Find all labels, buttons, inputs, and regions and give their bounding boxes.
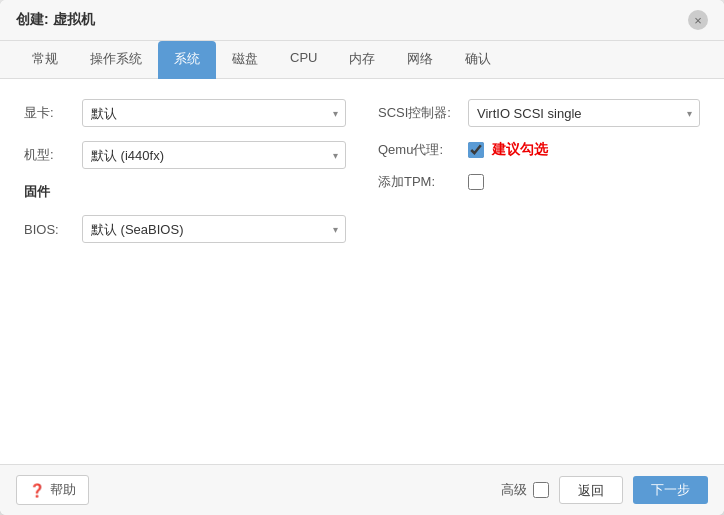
tab-confirm[interactable]: 确认: [449, 41, 507, 79]
footer-right: 高级 返回 下一步: [501, 476, 708, 504]
tpm-checkbox-wrapper: [468, 174, 484, 190]
tab-system[interactable]: 系统: [158, 41, 216, 79]
tab-network[interactable]: 网络: [391, 41, 449, 79]
bios-select-wrapper: 默认 (SeaBIOS) ▾: [82, 215, 346, 243]
advanced-label: 高级: [501, 481, 527, 499]
machine-select[interactable]: 默认 (i440fx): [82, 141, 346, 169]
create-vm-dialog: 创建: 虚拟机 × 常规 操作系统 系统 磁盘 CPU 内存 网络 确认 显卡:…: [0, 0, 724, 515]
firmware-section: 固件: [24, 183, 346, 201]
left-column: 显卡: 默认 ▾ 机型: 默认 (i440fx) ▾: [24, 99, 346, 257]
title-bar: 创建: 虚拟机 ×: [0, 0, 724, 41]
dialog-title: 创建: 虚拟机: [16, 11, 95, 29]
qemu-checkbox-wrapper: 建议勾选: [468, 141, 548, 159]
form-grid: 显卡: 默认 ▾ 机型: 默认 (i440fx) ▾: [24, 99, 700, 257]
tab-os[interactable]: 操作系统: [74, 41, 158, 79]
next-button[interactable]: 下一步: [633, 476, 708, 504]
tpm-checkbox[interactable]: [468, 174, 484, 190]
qemu-group: Qemu代理: 建议勾选: [378, 141, 700, 159]
display-label: 显卡:: [24, 104, 72, 122]
machine-select-wrapper: 默认 (i440fx) ▾: [82, 141, 346, 169]
tab-memory[interactable]: 内存: [333, 41, 391, 79]
scsi-label: SCSI控制器:: [378, 104, 458, 122]
close-button[interactable]: ×: [688, 10, 708, 30]
tab-bar: 常规 操作系统 系统 磁盘 CPU 内存 网络 确认: [0, 41, 724, 79]
tpm-group: 添加TPM:: [378, 173, 700, 191]
footer-left: ❓ 帮助: [16, 475, 89, 505]
qemu-recommend-text: 建议勾选: [492, 141, 548, 159]
qemu-checkbox[interactable]: [468, 142, 484, 158]
help-label: 帮助: [50, 481, 76, 499]
right-column: SCSI控制器: VirtIO SCSI single ▾ Qemu代理: 建议…: [378, 99, 700, 257]
bios-group: BIOS: 默认 (SeaBIOS) ▾: [24, 215, 346, 243]
help-button[interactable]: ❓ 帮助: [16, 475, 89, 505]
tpm-label: 添加TPM:: [378, 173, 458, 191]
bios-select[interactable]: 默认 (SeaBIOS): [82, 215, 346, 243]
form-content: 显卡: 默认 ▾ 机型: 默认 (i440fx) ▾: [0, 79, 724, 464]
tab-disk[interactable]: 磁盘: [216, 41, 274, 79]
advanced-row: 高级: [501, 481, 549, 499]
display-group: 显卡: 默认 ▾: [24, 99, 346, 127]
machine-group: 机型: 默认 (i440fx) ▾: [24, 141, 346, 169]
footer: ❓ 帮助 高级 返回 下一步: [0, 464, 724, 515]
display-select[interactable]: 默认: [82, 99, 346, 127]
tab-general[interactable]: 常规: [16, 41, 74, 79]
bios-label: BIOS:: [24, 222, 72, 237]
qemu-label: Qemu代理:: [378, 141, 458, 159]
display-select-wrapper: 默认 ▾: [82, 99, 346, 127]
tab-cpu[interactable]: CPU: [274, 41, 333, 79]
help-icon: ❓: [29, 483, 45, 498]
scsi-group: SCSI控制器: VirtIO SCSI single ▾: [378, 99, 700, 127]
machine-label: 机型:: [24, 146, 72, 164]
scsi-select-wrapper: VirtIO SCSI single ▾: [468, 99, 700, 127]
back-button[interactable]: 返回: [559, 476, 623, 504]
advanced-checkbox[interactable]: [533, 482, 549, 498]
firmware-label: 固件: [24, 184, 50, 199]
scsi-select[interactable]: VirtIO SCSI single: [468, 99, 700, 127]
